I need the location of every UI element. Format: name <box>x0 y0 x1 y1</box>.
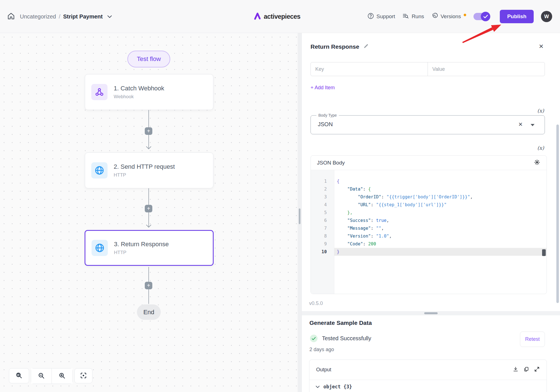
zoom-out-button[interactable] <box>31 368 52 384</box>
end-node: End <box>137 304 161 320</box>
last-test-time: 2 days ago <box>309 347 334 353</box>
node-title: 1. Catch Webhook <box>114 85 164 92</box>
add-step-button[interactable]: + <box>145 282 152 289</box>
add-step-button[interactable]: + <box>145 205 152 212</box>
code-line[interactable]: "Version": "1.0", <box>334 232 547 240</box>
body-type-label: Body Type <box>316 113 339 118</box>
code-line[interactable]: "OrderID": "{{trigger['body']['OrderID']… <box>334 193 547 201</box>
versions-link[interactable]: Versions <box>431 13 461 21</box>
node-catch-webhook[interactable]: 1. Catch Webhook Webhook <box>85 74 213 110</box>
code-line[interactable]: "Success": true, <box>334 217 547 224</box>
code-content[interactable]: { "Data": { "OrderID": "{{trigger['body'… <box>334 170 547 294</box>
globe-icon <box>91 162 108 179</box>
flow-enabled-toggle[interactable] <box>473 13 489 20</box>
dynamic-value-icon[interactable]: (x) <box>533 145 544 151</box>
runs-link[interactable]: Runs <box>402 13 424 21</box>
support-label: Support <box>377 13 395 20</box>
code-line[interactable]: "Message": "", <box>334 224 547 232</box>
clear-selection-icon[interactable]: ✕ <box>518 121 523 128</box>
add-item-button[interactable]: + Add Item <box>311 85 335 91</box>
fit-to-view-button[interactable] <box>74 368 92 383</box>
line-number: 7 <box>311 224 334 232</box>
home-icon <box>7 12 15 21</box>
line-number: 8 <box>311 232 334 240</box>
code-line[interactable]: "URL": "{{step_1['body']['url']}}" <box>334 201 547 209</box>
code-line[interactable]: "Data": { <box>334 185 547 193</box>
edit-pencil-icon[interactable] <box>363 43 369 50</box>
expand-icon[interactable] <box>534 366 540 373</box>
fit-to-view-icon <box>80 372 87 380</box>
chevron-down-icon[interactable] <box>107 13 112 20</box>
activepieces-logo-icon <box>253 12 261 21</box>
zoom-in-icon <box>59 372 66 380</box>
test-status-row: Tested Successfully <box>310 335 371 342</box>
node-subtitle: HTTP <box>114 172 175 178</box>
code-line[interactable]: }, <box>334 209 547 217</box>
line-number: 1 <box>311 177 334 185</box>
ai-sparkle-icon[interactable] <box>534 159 540 167</box>
tree-chevron-down-icon[interactable] <box>316 384 320 389</box>
zoom-in-button[interactable] <box>52 368 73 384</box>
output-title: Output <box>316 367 331 373</box>
output-tree-root[interactable]: object {3} <box>323 384 352 389</box>
flow-builder-app: Uncategorized / Stript Payment activepie… <box>0 0 560 392</box>
value-input[interactable] <box>428 62 545 76</box>
code-line[interactable]: { <box>334 177 547 185</box>
sample-data-resize-divider[interactable] <box>302 311 560 315</box>
question-circle-icon <box>367 13 374 21</box>
headers-key-value-row <box>311 62 545 76</box>
zoom-in-out-group <box>31 368 73 384</box>
body-type-select[interactable]: Body Type JSON ✕ <box>311 115 545 134</box>
line-number: 6 <box>311 217 334 224</box>
logo-text: activepieces <box>264 13 300 20</box>
success-check-icon <box>310 335 318 342</box>
globe-icon <box>92 240 108 256</box>
panel-scrollbar-thumb[interactable] <box>556 125 559 303</box>
dynamic-value-icon[interactable]: (x) <box>533 108 544 114</box>
webhook-icon <box>91 84 108 100</box>
app-logo: activepieces <box>253 0 300 33</box>
toggle-knob <box>481 12 490 21</box>
flow-canvas[interactable]: Test flow 1. Catch Webhook Webhook + 2. … <box>0 33 298 392</box>
download-icon[interactable] <box>513 366 519 373</box>
body-type-value: JSON <box>318 121 333 128</box>
flow-name[interactable]: Stript Payment <box>63 13 103 20</box>
line-number: 9 <box>311 240 334 248</box>
history-icon <box>431 13 438 21</box>
code-line[interactable]: "Code": 200 <box>334 240 547 248</box>
copy-icon[interactable] <box>523 366 529 373</box>
home-button[interactable] <box>7 12 15 21</box>
editor-scrollbar-thumb[interactable] <box>542 249 546 256</box>
breadcrumb-category[interactable]: Uncategorized <box>20 13 56 20</box>
panel-resize-divider[interactable] <box>298 33 302 392</box>
code-editor[interactable]: 12345678910 { "Data": { "OrderID": "{{tr… <box>311 170 547 294</box>
zoom-reset-button[interactable] <box>9 368 29 383</box>
dropdown-chevron-icon[interactable] <box>531 124 535 126</box>
generate-sample-data-heading: Generate Sample Data <box>309 320 372 326</box>
avatar[interactable]: W <box>541 11 552 22</box>
line-number: 5 <box>311 209 334 217</box>
zoom-reset-icon <box>15 372 23 380</box>
panel-resize-handle[interactable] <box>299 208 300 224</box>
node-subtitle: HTTP <box>114 250 169 255</box>
runs-list-search-icon <box>402 13 409 21</box>
close-panel-button[interactable]: ✕ <box>539 43 544 50</box>
arrowhead-icon <box>146 145 151 151</box>
unpublished-changes-dot <box>464 14 466 16</box>
code-line[interactable]: } <box>334 248 547 256</box>
breadcrumb: Uncategorized / Stript Payment <box>20 13 112 20</box>
node-send-http-request[interactable]: 2. Send HTTP request HTTP <box>85 152 213 188</box>
key-input[interactable] <box>311 62 428 76</box>
publish-button[interactable]: Publish <box>500 10 534 23</box>
retest-button[interactable]: Retest <box>520 332 545 347</box>
line-number-gutter: 12345678910 <box>311 170 334 294</box>
sample-data-resize-handle[interactable] <box>424 312 438 314</box>
support-link[interactable]: Support <box>367 13 395 21</box>
json-body-editor: JSON Body 12345678910 { "Data": { "Order… <box>311 155 547 294</box>
test-flow-button[interactable]: Test flow <box>127 51 170 67</box>
node-return-response[interactable]: 3. Return Response HTTP <box>85 230 214 266</box>
node-title: 3. Return Response <box>114 241 169 248</box>
runs-label: Runs <box>412 13 424 20</box>
add-step-button[interactable]: + <box>145 127 152 135</box>
zoom-out-icon <box>38 372 45 380</box>
